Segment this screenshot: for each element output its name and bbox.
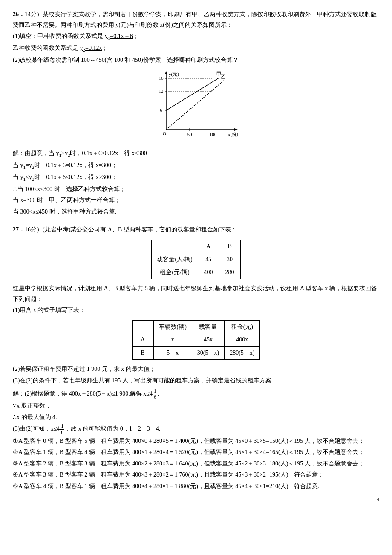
table1-row1-a: 45 [198, 253, 219, 266]
table2-row-a-rental: 400x [225, 333, 260, 347]
table2-row-a-vehicles: x [153, 333, 192, 347]
table2-row-b-capacity: 30(5－x) [192, 347, 224, 360]
sol-27-scenario-4: ④A 型客车 3 辆，B 型客车 2 辆，租车费用为 400×3＋280×2＝1… [13, 470, 379, 480]
sol-27-scenario-3: ③A 型客车 2 辆，B 型客车 3 辆，租车费用为 400×2＋280×3＝1… [13, 459, 379, 469]
sol-27-scenario-2: ②A 型客车 1 辆，B 型客车 4 辆，租车费用为 400×1＋280×4＝1… [13, 447, 379, 458]
table2-row-a-capacity: 45x [192, 333, 224, 347]
table1-header-b: B [219, 240, 240, 253]
sol-26-line-2: 当 y1<y2时，0.1x＋6<0.12x，得 x>300； [13, 172, 379, 183]
table2-wrap: 车辆数(辆) 载客量 租金(元) A x 45x 400x B 5－x 30(5… [13, 320, 379, 360]
table2-header-empty [132, 320, 153, 333]
fraction-1-6-2: 16 [60, 423, 64, 435]
sol-26-line-4: 当 x=300 时，甲、乙两种方式一样合算； [13, 195, 379, 206]
fraction-1-6: 16 [153, 388, 157, 400]
table2-row-b-rental: 280(5－x) [225, 347, 260, 360]
sol-27-part2-line3: ∴x 的最大值为 4. [13, 412, 379, 423]
table2-header-vehicles: 车辆数(辆) [153, 320, 192, 333]
y-tick-6: 6 [160, 107, 162, 113]
x-tick-50: 50 [187, 132, 193, 137]
svg-line-10 [166, 78, 219, 110]
table2-row-b-label: B [132, 347, 153, 360]
y-axis-label: y(元) [169, 72, 179, 77]
solution-27: 解：(2)根据题意，得 400x＋280(5－x)≤1 900.解得 x≤416… [13, 388, 379, 491]
problem-27-q3: (3)在(2)的条件下，若七年级师生共有 195 人，写出所有可能的租车方案，并… [13, 376, 379, 386]
y-tick-16: 16 [159, 75, 164, 81]
page: 26．14分）某校实行学案式教学，需印制若干份数学学案，印刷厂有甲、乙两种收费方… [13, 9, 379, 491]
page-number: 4 [377, 495, 380, 504]
table1-row2-label: 租金(元/辆) [152, 266, 198, 279]
label-jia: 甲 [216, 71, 222, 77]
sol-26-line-1: 当 y1=y2时，0.1x＋6=0.12x，得 x=300； [13, 160, 379, 171]
table1: A B 载客量(人/辆) 45 30 租金(元/辆) 400 280 [151, 240, 240, 279]
table1-header-a: A [198, 240, 219, 253]
problem-27-q1: (1)用含 x 的式子填写下表： [13, 305, 379, 316]
sol-27-scenario-5: ⑤A 型客车 4 辆，B 型客车 1 辆，租车费用为 400×4＋280×1＝1… [13, 481, 379, 492]
x-axis-label: x(份) [228, 132, 238, 137]
solution-26: 解：由题意，当 y1>y2时，0.1x＋6>0.12x，得 x<300； 当 y… [13, 148, 379, 217]
table1-row1-b: 30 [219, 253, 240, 266]
problem-26-q1b: 乙种收费的函数关系式是 y2=0.12x； [13, 43, 379, 54]
table2-row-a-label: A [132, 333, 153, 347]
origin-label: O [163, 131, 166, 136]
problem-27-title: 27．16分）(龙岩中考)某公交公司有 A、B 型两种客车，它们的载客量和租金如… [13, 225, 379, 235]
problem-26: 26．14分）某校实行学案式教学，需印制若干份数学学案，印刷厂有甲、乙两种收费方… [13, 9, 379, 217]
y-tick-12: 12 [159, 88, 164, 93]
sol-26-line-5: 当 300<x≤450 时，选择甲种方式较合算. [13, 207, 379, 217]
problem-26-q1: (1)填空：甲种收费的函数关系式是 y1=0.1x＋6； [13, 31, 379, 42]
svg-marker-2 [234, 128, 238, 131]
table1-wrap: A B 载客量(人/辆) 45 30 租金(元/辆) 400 280 [13, 240, 379, 279]
coordinate-graph: 6 12 16 50 100 O y(元) x(份) [153, 70, 239, 142]
table1-row2-a: 400 [198, 266, 219, 279]
problem-27-context: 红星中学根据实际情况，计划租用 A、B 型客车共 5 辆，同时送七年级师生到基地… [13, 283, 379, 304]
table2-header-capacity: 载客量 [192, 320, 224, 333]
answer-y1: y1=0.1x＋6 [105, 33, 133, 39]
sol-26-line-0: 解：由题意，当 y1>y2时，0.1x＋6>0.12x，得 x<300； [13, 148, 379, 159]
problem-27-q2: (2)若要保证租车费用不超过 1 900 元，求 x 的最大值； [13, 364, 379, 375]
sol-26-line-3: ∴当 100≤x<300 时，选择乙种方式较合算； [13, 184, 379, 195]
sol-27-part2-line2: ∵x 取正整数， [13, 401, 379, 411]
x-tick-100: 100 [210, 132, 217, 137]
sol-27-part2-line1: 解：(2)根据题意，得 400x＋280(5－x)≤1 900.解得 x≤416… [13, 388, 379, 400]
sol-27-scenario-1: ①A 型客车 0 辆，B 型客车 5 辆，租车费用为 400×0＋280×5＝1… [13, 436, 379, 447]
table1-cell-empty [152, 240, 198, 253]
svg-marker-3 [165, 71, 167, 74]
sol-27-part3-intro: (3)由(2)可知，x≤416，故 x 的可能取值为 0，1，2，3，4. [13, 423, 379, 435]
problem-26-title: 26．14分）某校实行学案式教学，需印制若干份数学学案，印刷厂有甲、乙两种收费方… [13, 9, 379, 30]
problem-27: 27．16分）(龙岩中考)某公交公司有 A、B 型两种客车，它们的载客量和租金如… [13, 225, 379, 491]
problem-26-q2: (2)该校某年级每次需印制 100～450(含 100 和 450)份学案，选择… [13, 55, 379, 66]
table1-row1-label: 载客量(人/辆) [152, 253, 198, 266]
table2-header-rental: 租金(元) [225, 320, 260, 333]
table2-row-b-vehicles: 5－x [153, 347, 192, 360]
graph-container: 6 12 16 50 100 O y(元) x(份) [13, 70, 379, 142]
answer-y2: y2=0.12x [80, 45, 102, 51]
table2: 车辆数(辆) 载客量 租金(元) A x 45x 400x B 5－x 30(5… [132, 320, 260, 360]
table1-row2-b: 280 [219, 266, 240, 279]
